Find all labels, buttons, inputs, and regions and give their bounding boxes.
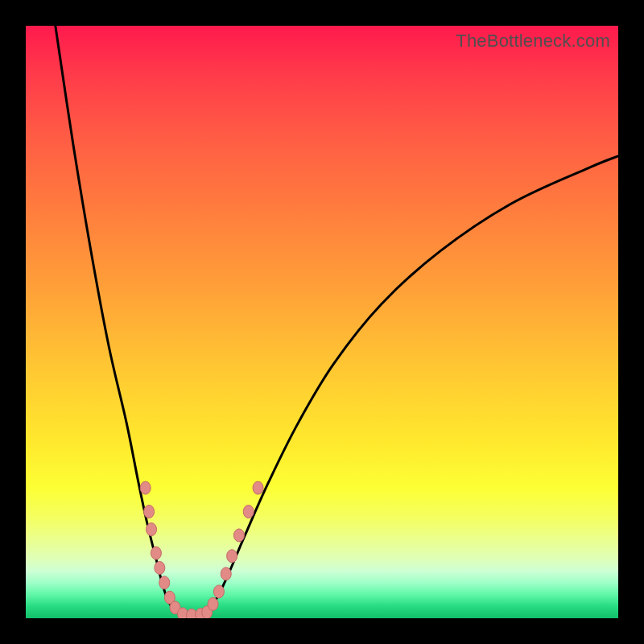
highlight-marker bbox=[159, 576, 170, 589]
highlight-markers bbox=[140, 481, 263, 618]
highlight-marker bbox=[221, 568, 231, 580]
highlight-marker bbox=[151, 547, 161, 559]
highlight-marker bbox=[147, 523, 157, 536]
highlight-marker bbox=[155, 561, 165, 574]
highlight-marker bbox=[140, 481, 151, 494]
chart-frame: TheBottleneck.com bbox=[0, 0, 644, 644]
highlight-marker bbox=[208, 597, 218, 610]
highlight-marker bbox=[144, 506, 155, 518]
plot-area: TheBottleneck.com bbox=[26, 26, 618, 618]
curve-right-branch bbox=[204, 156, 618, 613]
highlight-marker bbox=[213, 585, 224, 598]
bottleneck-curve bbox=[26, 26, 618, 618]
highlight-marker bbox=[233, 529, 244, 542]
highlight-marker bbox=[253, 481, 263, 494]
highlight-marker bbox=[227, 550, 237, 563]
curve-left-branch bbox=[56, 26, 180, 613]
highlight-marker bbox=[243, 506, 254, 518]
